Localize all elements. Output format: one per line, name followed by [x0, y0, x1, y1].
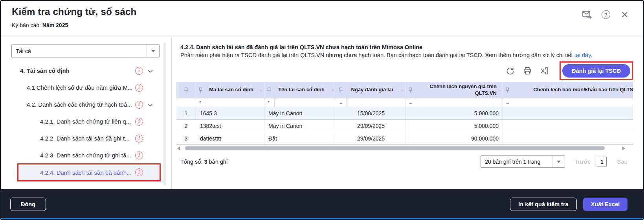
report-period: Kỳ báo cáo: Năm 2025: [12, 22, 634, 28]
filter-cell[interactable]: =: [336, 98, 406, 107]
revaluate-asset-button[interactable]: Đánh giá lại TSCĐ: [562, 64, 630, 78]
table-cell: Đất: [264, 132, 336, 144]
scroll-left-icon[interactable]: [177, 146, 180, 150]
scrollbar-thumb[interactable]: [185, 146, 605, 150]
page-size-value: 20 bản ghi trên 1 trang: [481, 159, 552, 165]
section-title: 4.2.4. Danh sách tài sản đã đánh giá lại…: [180, 44, 633, 50]
pin-icon[interactable]: [408, 87, 413, 93]
filter-cell[interactable]: =: [406, 98, 503, 107]
chevron-down-icon[interactable]: [147, 45, 159, 57]
chevron-down-icon[interactable]: [148, 67, 153, 74]
category-filter-dropdown[interactable]: Tất cả: [11, 44, 160, 57]
sidebar-item-label: 4. Tài sản cố định: [20, 67, 135, 74]
send-feedback-icon[interactable]: [582, 9, 592, 20]
info-icon[interactable]: i: [135, 101, 143, 109]
sort-icon[interactable]: ↑↓: [259, 87, 262, 92]
sort-icon[interactable]: ↑↓: [401, 87, 403, 92]
table-cell: 1: [176, 107, 196, 119]
table-row[interactable]: 3dattesttttĐất29/09/202590.000.000: [176, 132, 633, 145]
sidebar-item[interactable]: 4.2.2. Danh sách tài sản đã ghi t...i: [1, 130, 171, 147]
sidebar-item[interactable]: 4.2. Danh sách các chứng từ hạch toá...i: [1, 96, 171, 113]
table-filter-row: **===: [176, 98, 633, 107]
excel-export-icon[interactable]: [540, 66, 549, 76]
asset-table-container: Mã tài sản cố định↑↓Tên tài sản cố định↑…: [176, 82, 633, 145]
column-header[interactable]: Chênh lệch nguyên giá trên QLTS.VN↑↓: [406, 82, 503, 98]
filter-cell[interactable]: *: [196, 98, 264, 107]
help-icon[interactable]: ?: [601, 9, 611, 20]
chevron-down-icon[interactable]: [148, 101, 153, 108]
current-page-box[interactable]: 1: [597, 157, 607, 166]
sidebar: Tất cả 4. Tài sản cố địnhi4.1 Chênh lệch…: [1, 37, 172, 189]
table-row[interactable]: 11645.3Máy in Canon15/08/20255.000.000: [176, 107, 633, 120]
asset-table: Mã tài sản cố định↑↓Tên tài sản cố định↑…: [176, 82, 633, 145]
page-size-dropdown[interactable]: 20 bản ghi trên 1 trang: [481, 155, 565, 168]
chevron-down-icon[interactable]: [552, 156, 565, 167]
column-header[interactable]: Tên tài sản cố định↑↓: [264, 82, 336, 98]
chevron-slot: [145, 67, 155, 74]
prev-page-button[interactable]: Trước: [574, 158, 591, 165]
check-documents-window: Kiểm tra chứng từ, sổ sách Kỳ báo cáo: N…: [0, 0, 644, 220]
info-icon[interactable]: i: [135, 67, 143, 75]
column-header[interactable]: [176, 82, 196, 98]
info-icon[interactable]: i: [135, 84, 143, 92]
table-cell: 29/09/2025: [336, 120, 406, 132]
column-header-label: Chênh lệch hao mòn/khấu hao trên QLTS.VN: [511, 87, 633, 93]
print-icon[interactable]: [523, 66, 532, 76]
help-link[interactable]: tại đây: [574, 52, 591, 58]
export-excel-button[interactable]: Xuất Excel: [583, 198, 627, 211]
sidebar-scrollbar[interactable]: [163, 43, 166, 185]
table-cell: [503, 107, 633, 119]
pagination-bar: Tổng số: 3 bản ghi 20 bản ghi trên 1 tra…: [180, 155, 633, 168]
next-page-button[interactable]: Sau: [617, 158, 627, 165]
info-icon[interactable]: i: [135, 135, 143, 142]
sidebar-item[interactable]: 4.1 Chênh lệch số dư đầu năm giữa M...i: [1, 79, 171, 96]
filter-operator[interactable]: =: [339, 98, 347, 107]
filter-operator[interactable]: =: [409, 98, 416, 107]
table-cell: 3: [176, 132, 196, 144]
pin-icon[interactable]: [267, 87, 271, 93]
column-header[interactable]: Mã tài sản cố định↑↓: [196, 82, 264, 98]
filter-cell[interactable]: =: [503, 98, 633, 107]
table-cell: 5.000.000: [406, 120, 503, 132]
filter-operator[interactable]: *: [199, 98, 206, 107]
sidebar-item-label: 4.2.1. Danh sách chứng từ liên q...: [40, 118, 135, 125]
column-header-label: Ngày đánh giá lại: [345, 87, 400, 93]
column-header[interactable]: Ngày đánh giá lại↑↓: [336, 82, 406, 98]
horizontal-scrollbar[interactable]: [176, 146, 633, 151]
filter-operator[interactable]: *: [268, 98, 275, 107]
sidebar-tree: 4. Tài sản cố địnhi4.1 Chênh lệch số dư …: [1, 62, 171, 180]
pin-icon[interactable]: [198, 87, 203, 93]
table-cell: Máy in Canon: [264, 120, 336, 132]
filter-cell[interactable]: *: [264, 98, 336, 107]
sidebar-item[interactable]: 4.2.3. Danh sách chứng từ ghi tă...i: [1, 147, 171, 164]
sort-icon[interactable]: ↑↓: [498, 87, 500, 92]
pin-icon[interactable]: [339, 87, 343, 93]
scroll-right-icon[interactable]: [622, 146, 625, 150]
table-cell: 90.000.000: [406, 132, 503, 144]
filter-operator[interactable]: =: [506, 98, 513, 107]
close-button[interactable]: Đóng: [10, 198, 46, 211]
info-icon[interactable]: i: [135, 168, 143, 176]
refresh-icon[interactable]: [505, 66, 515, 76]
pin-icon[interactable]: [505, 87, 510, 93]
info-icon[interactable]: i: [135, 118, 143, 126]
sidebar-item[interactable]: 4.2.1. Danh sách chứng từ liên q...i: [1, 113, 171, 130]
print-results-button[interactable]: In kết quả kiểm tra: [510, 198, 576, 211]
footer-bar: Đóng In kết quả kiểm tra Xuất Excel: [1, 189, 643, 219]
sidebar-item[interactable]: 4. Tài sản cố địnhi: [1, 62, 171, 79]
table-row[interactable]: 21382testMáy in Canon29/09/20255.000.000: [176, 120, 633, 132]
close-icon[interactable]: ×: [620, 9, 630, 20]
sidebar-item[interactable]: 4.2.4. Danh sách tài sản đã đánh...i: [18, 165, 160, 180]
column-header-label: Mã tài sản cố định: [204, 87, 258, 93]
table-cell: [503, 120, 633, 132]
info-icon[interactable]: i: [135, 152, 143, 159]
page-title: Kiểm tra chứng từ, sổ sách: [12, 6, 634, 17]
sort-icon[interactable]: ↑↓: [331, 87, 334, 92]
column-header[interactable]: Chênh lệch hao mòn/khấu hao trên QLTS.VN: [503, 82, 633, 98]
pin-icon[interactable]: [184, 87, 188, 93]
total-count: 3: [204, 159, 207, 165]
filter-cell[interactable]: [176, 98, 196, 107]
section-description: Phần mềm phát hiện ra TSCĐ đánh giá lại …: [180, 52, 633, 58]
annotation-box-revaluate: Đánh giá lại TSCĐ: [560, 61, 633, 80]
table-cell: [503, 132, 633, 144]
